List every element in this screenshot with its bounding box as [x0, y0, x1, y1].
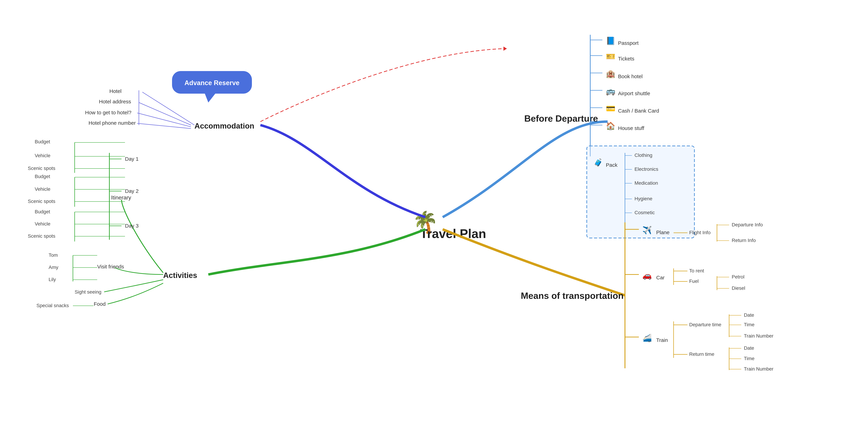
accommodation-label: Accommodation [194, 122, 254, 130]
return-time-label: Return time [689, 351, 714, 357]
svg-marker-8 [205, 94, 215, 102]
itinerary-label: Itinerary [111, 195, 131, 201]
svg-rect-7 [172, 71, 252, 94]
hotel-get-item: How to get to hotel? [85, 110, 131, 115]
electronics-item: Electronics [634, 167, 658, 172]
svg-text:📘: 📘 [606, 36, 615, 45]
svg-rect-44 [587, 146, 694, 238]
ret-date-item: Date [744, 345, 754, 351]
fuel-label: Fuel [689, 278, 699, 284]
svg-line-2 [139, 102, 191, 125]
dep-time-item: Time [744, 322, 754, 327]
svg-line-3 [137, 113, 191, 127]
svg-text:🎫: 🎫 [606, 52, 615, 61]
book-hotel-item: Book hotel [618, 73, 643, 79]
diesel-item: Diesel [732, 286, 745, 291]
d3-vehicle: Vehicle [35, 221, 50, 227]
d1-scenic: Scenic spots [28, 166, 55, 171]
day1-label: Day 1 [125, 156, 138, 162]
return-info-item: Return Info [732, 238, 756, 243]
svg-line-4 [137, 123, 191, 128]
d2-scenic: Scenic spots [28, 199, 55, 204]
car-label: Car [656, 275, 664, 280]
clothing-item: Clothing [634, 152, 652, 158]
hygiene-item: Hygiene [634, 196, 652, 201]
cosmetic-item: Cosmetic [634, 210, 655, 215]
hotel-address-item: Hotel address [99, 99, 131, 105]
departure-time-label: Departure time [689, 322, 721, 327]
food-label: Food [94, 301, 105, 307]
departure-info-item: Departure Info [732, 222, 763, 228]
svg-text:🧳: 🧳 [594, 158, 603, 167]
house-stuff-item: House stuff [618, 125, 644, 131]
svg-text:🚌: 🚌 [606, 87, 615, 96]
ret-train-num-item: Train Number [744, 366, 773, 372]
advance-reserve-badge: Advance Reserve [185, 79, 240, 87]
day2-label: Day 2 [125, 188, 138, 194]
airport-shuttle-item: Airport shuttle [618, 90, 650, 96]
plane-label: Plane [656, 230, 670, 235]
flight-info-label: Flight Info [689, 230, 711, 235]
cash-bankcard-item: Cash / Bank Card [618, 108, 659, 114]
d2-budget: Budget [35, 174, 50, 179]
dep-train-num-item: Train Number [744, 333, 773, 338]
day3-label: Day 3 [125, 223, 138, 229]
svg-marker-6 [503, 47, 507, 51]
train-label: Train [656, 337, 668, 343]
tickets-item: Tickets [618, 56, 634, 61]
svg-text:💳: 💳 [606, 104, 615, 113]
d3-budget: Budget [35, 209, 50, 214]
svg-text:✈️: ✈️ [642, 226, 652, 235]
lily-item: Lily [49, 277, 56, 282]
petrol-item: Petrol [732, 274, 744, 279]
pack-label: Pack [606, 162, 618, 168]
d1-budget: Budget [35, 139, 50, 144]
title: Travel Plan [420, 227, 486, 241]
passport-item: Passport [618, 40, 639, 46]
svg-text:🚄: 🚄 [642, 333, 652, 343]
dep-date-item: Date [744, 312, 754, 318]
ret-time-item: Time [744, 356, 754, 361]
before-departure-label: Before Departure [524, 113, 598, 123]
hotel-item: Hotel [110, 88, 122, 94]
svg-text:🏠: 🏠 [606, 121, 615, 130]
medication-item: Medication [634, 180, 658, 186]
svg-text:🏨: 🏨 [606, 69, 615, 78]
to-rent-item: To rent [689, 268, 704, 273]
amy-item: Amy [49, 265, 58, 270]
sight-seeing-item: Sight seeing [75, 289, 101, 295]
d1-vehicle: Vehicle [35, 153, 50, 158]
d3-scenic: Scenic spots [28, 233, 55, 239]
svg-line-1 [142, 92, 194, 125]
special-snacks-item: Special snacks [36, 303, 69, 308]
svg-text:🌴: 🌴 [412, 210, 438, 235]
hotel-phone-item: Hotel phone number [89, 120, 136, 126]
d2-vehicle: Vehicle [35, 186, 50, 192]
svg-text:🚗: 🚗 [642, 271, 652, 280]
activities-label: Activities [163, 271, 197, 279]
means-transport-label: Means of transportation [521, 291, 624, 301]
tom-item: Tom [49, 253, 58, 258]
visit-friends-label: Visit friends [97, 264, 124, 269]
